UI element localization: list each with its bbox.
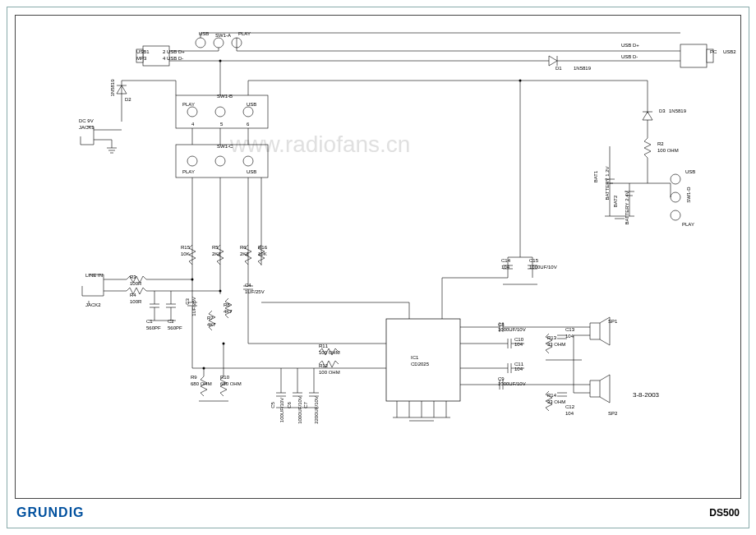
r2-val: 100 OHM xyxy=(657,148,679,153)
model-number: DS500 xyxy=(709,507,740,519)
svg-point-4 xyxy=(196,38,205,48)
svg-point-163 xyxy=(219,290,222,293)
svg-rect-12 xyxy=(680,44,707,67)
r15-val: 10K xyxy=(181,251,190,256)
r6-val: 2K2 xyxy=(240,251,249,256)
sw1d-play: PLAY xyxy=(682,222,694,227)
d3-name: D3 xyxy=(659,108,666,113)
d3-val: 1N5819 xyxy=(669,108,686,113)
svg-point-18 xyxy=(215,107,225,117)
c2-name: C2 xyxy=(168,319,174,324)
sw1c-usb: USB xyxy=(247,169,256,174)
sw1b-pin5: 5 xyxy=(220,122,223,127)
c5-val: 100UF/10V xyxy=(279,398,284,422)
sw1b-pin4: 4 xyxy=(191,122,194,127)
svg-rect-86 xyxy=(386,319,460,401)
svg-point-160 xyxy=(219,60,222,62)
jack2-name: JACK2 xyxy=(85,302,101,307)
r9-val: 680 OHM xyxy=(191,381,212,386)
c14-name: C14 xyxy=(501,258,510,263)
r10-name: R10 xyxy=(220,375,229,380)
schematic-diagram xyxy=(15,15,741,491)
usb2-pc: PC xyxy=(710,49,717,54)
ic1-val: CD2025 xyxy=(411,362,429,367)
c5-name: C5 xyxy=(270,402,275,408)
bat2-val: BATTERY 2.4V xyxy=(625,191,629,224)
c1-val: 560PF xyxy=(146,325,161,330)
usb2-name: USB2 xyxy=(723,49,736,54)
c12-val: 104 xyxy=(565,411,574,416)
r4-val: 100R xyxy=(130,299,141,304)
d2-name: D2 xyxy=(125,97,131,102)
svg-point-17 xyxy=(187,107,197,117)
r6-name: R6 xyxy=(240,245,247,250)
r13-val: 33 OHM xyxy=(547,342,565,347)
jack1-desc: DC 9V xyxy=(79,118,94,123)
sw1b-play: PLAY xyxy=(182,102,195,107)
r16-name: R16 xyxy=(258,245,267,250)
r8-val: 4K7 xyxy=(224,309,233,314)
d2-val: 1N5819 xyxy=(110,79,115,96)
usb1-label: USB1 xyxy=(136,49,150,54)
r3-name: R3 xyxy=(130,274,136,279)
usb-dp: USB D+ xyxy=(621,43,639,48)
c6-name: C6 xyxy=(287,402,292,408)
svg-point-21 xyxy=(187,156,197,166)
c13-name: C13 xyxy=(565,327,574,332)
linein: LINE IN xyxy=(85,273,103,278)
c11-val: 104 xyxy=(514,367,523,371)
svg-point-5 xyxy=(214,38,224,48)
sp2-name: SP2 xyxy=(608,411,617,416)
svg-point-58 xyxy=(671,192,680,202)
sw1c-play: PLAY xyxy=(182,169,195,174)
c2-val: 560PF xyxy=(168,325,182,330)
r11-name: R11 xyxy=(319,344,328,348)
svg-point-161 xyxy=(519,80,522,82)
c6-val: 1000UF/10V xyxy=(297,396,302,424)
sw1b-usb: USB xyxy=(247,102,256,107)
r12-name: R12 xyxy=(319,363,328,368)
c15-name: C15 xyxy=(529,258,538,263)
r14-val: 33 OHM xyxy=(547,399,565,404)
sp1-name: SP1 xyxy=(608,319,617,324)
r8-name: R8 xyxy=(224,302,230,307)
r13-name: R13 xyxy=(547,335,556,340)
r3-val: 100R xyxy=(130,281,141,286)
sw1b-name: SW1-B xyxy=(217,94,233,99)
c4-name: C4 xyxy=(245,283,251,288)
c3-val: 1UF/25V xyxy=(191,297,196,316)
r7-name: R7 xyxy=(207,316,214,321)
bat2-name: BAT2 xyxy=(613,196,618,208)
r5-name: R5 xyxy=(212,245,219,250)
sw1a-usb: USB xyxy=(199,31,209,36)
c12-name: C12 xyxy=(565,404,574,409)
bat1-val: BATTERY 1.2V xyxy=(605,166,610,200)
usb1-desc: MP3 xyxy=(136,56,146,61)
sw1d-name: SW1-D xyxy=(686,187,691,202)
jack1-name: JACK1 xyxy=(79,125,94,130)
ic1-name: IC1 xyxy=(411,355,418,360)
c7-name: C7 xyxy=(303,402,308,408)
sw1c-name: SW1-C xyxy=(217,144,233,149)
c7-val: 2200UF/10V xyxy=(314,396,319,424)
usb1-pin4: 4 USB D- xyxy=(163,56,183,61)
d1-val: 1N5819 xyxy=(574,66,591,71)
svg-point-19 xyxy=(243,107,253,117)
date: 3-8-2003 xyxy=(633,391,659,399)
r14-name: R14 xyxy=(547,393,556,398)
svg-point-162 xyxy=(191,279,194,281)
r12-val: 100 OHM xyxy=(319,370,340,375)
r11-val: 100 OHM xyxy=(319,350,340,355)
sw1d-usb: USB xyxy=(685,169,695,174)
c14-val: 104 xyxy=(501,265,509,270)
sw1a-name: SW1-A xyxy=(215,33,231,38)
svg-point-164 xyxy=(203,367,205,370)
c15-val: 1000UF/10V xyxy=(529,265,557,270)
usb1-pin2: 2 USB D+ xyxy=(163,49,185,54)
sw1a-play: PLAY xyxy=(238,31,251,36)
r15-name: R15 xyxy=(181,245,190,250)
svg-point-59 xyxy=(671,210,680,220)
r7-val: 4K7 xyxy=(207,322,216,327)
c13-val: 104 xyxy=(565,334,574,339)
svg-point-22 xyxy=(215,156,225,166)
